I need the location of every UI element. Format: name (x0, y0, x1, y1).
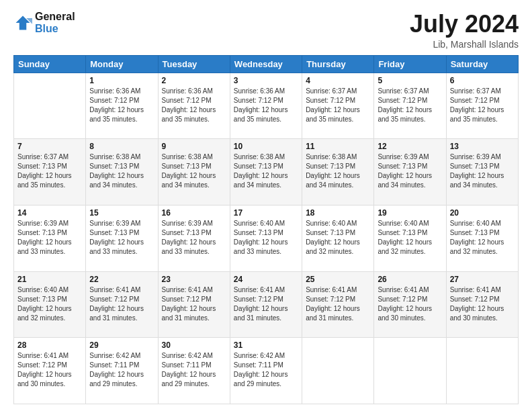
calendar-cell: 20 Sunrise: 6:40 AMSunset: 7:13 PMDaylig… (446, 205, 518, 271)
calendar-cell: 27 Sunrise: 6:41 AMSunset: 7:12 PMDaylig… (446, 271, 518, 338)
cell-info: Sunrise: 6:39 AMSunset: 7:13 PMDaylight:… (89, 220, 144, 255)
day-number: 21 (17, 275, 82, 284)
day-number: 14 (17, 208, 82, 218)
weekday-friday: Friday (374, 55, 446, 73)
day-number: 1 (89, 76, 154, 85)
weekday-header-row: SundayMondayTuesdayWednesdayThursdayFrid… (14, 55, 519, 73)
day-number: 25 (306, 275, 370, 284)
day-number: 28 (17, 340, 82, 350)
cell-info: Sunrise: 6:40 AMSunset: 7:13 PMDaylight:… (234, 220, 288, 255)
calendar-cell: 13 Sunrise: 6:39 AMSunset: 7:13 PMDaylig… (446, 139, 518, 205)
calendar-cell: 30 Sunrise: 6:42 AMSunset: 7:11 PMDaylig… (158, 338, 230, 404)
calendar-cell: 26 Sunrise: 6:41 AMSunset: 7:12 PMDaylig… (374, 271, 446, 338)
cell-info: Sunrise: 6:37 AMSunset: 7:13 PMDaylight:… (17, 153, 72, 189)
calendar-cell: 31 Sunrise: 6:42 AMSunset: 7:11 PMDaylig… (230, 338, 302, 404)
day-number: 9 (162, 142, 226, 151)
cell-info: Sunrise: 6:37 AMSunset: 7:12 PMDaylight:… (450, 87, 504, 123)
calendar-cell: 18 Sunrise: 6:40 AMSunset: 7:13 PMDaylig… (302, 205, 374, 271)
cell-info: Sunrise: 6:40 AMSunset: 7:13 PMDaylight:… (450, 220, 504, 255)
calendar-cell: 8 Sunrise: 6:38 AMSunset: 7:13 PMDayligh… (86, 139, 158, 205)
day-number: 31 (234, 340, 298, 350)
cell-info: Sunrise: 6:41 AMSunset: 7:12 PMDaylight:… (450, 286, 504, 322)
day-number: 5 (378, 76, 442, 85)
day-number: 2 (162, 76, 226, 85)
day-number: 24 (234, 275, 298, 284)
week-row-4: 21 Sunrise: 6:40 AMSunset: 7:13 PMDaylig… (14, 271, 519, 338)
weekday-monday: Monday (86, 55, 158, 73)
calendar-cell: 1 Sunrise: 6:36 AMSunset: 7:12 PMDayligh… (86, 73, 158, 139)
calendar-cell: 5 Sunrise: 6:37 AMSunset: 7:12 PMDayligh… (374, 73, 446, 139)
calendar-cell: 22 Sunrise: 6:41 AMSunset: 7:12 PMDaylig… (86, 271, 158, 338)
calendar-cell: 17 Sunrise: 6:40 AMSunset: 7:13 PMDaylig… (230, 205, 302, 271)
weekday-sunday: Sunday (14, 55, 86, 73)
week-row-5: 28 Sunrise: 6:41 AMSunset: 7:12 PMDaylig… (14, 338, 519, 404)
day-number: 17 (234, 208, 298, 218)
calendar-cell: 12 Sunrise: 6:39 AMSunset: 7:13 PMDaylig… (374, 139, 446, 205)
cell-info: Sunrise: 6:41 AMSunset: 7:12 PMDaylight:… (162, 286, 216, 322)
day-number: 23 (162, 275, 226, 284)
calendar-cell: 29 Sunrise: 6:42 AMSunset: 7:11 PMDaylig… (86, 338, 158, 404)
day-number: 7 (17, 142, 82, 151)
day-number: 6 (450, 76, 515, 85)
cell-info: Sunrise: 6:42 AMSunset: 7:11 PMDaylight:… (234, 352, 288, 387)
calendar-cell: 16 Sunrise: 6:39 AMSunset: 7:13 PMDaylig… (158, 205, 230, 271)
week-row-1: 1 Sunrise: 6:36 AMSunset: 7:12 PMDayligh… (14, 73, 519, 139)
day-number: 13 (450, 142, 515, 151)
weekday-wednesday: Wednesday (230, 55, 302, 73)
cell-info: Sunrise: 6:41 AMSunset: 7:12 PMDaylight:… (306, 286, 360, 322)
day-number: 27 (450, 275, 515, 284)
calendar-cell: 25 Sunrise: 6:41 AMSunset: 7:12 PMDaylig… (302, 271, 374, 338)
day-number: 4 (306, 76, 370, 85)
day-number: 16 (162, 208, 226, 218)
calendar-cell: 2 Sunrise: 6:36 AMSunset: 7:12 PMDayligh… (158, 73, 230, 139)
calendar-cell: 15 Sunrise: 6:39 AMSunset: 7:13 PMDaylig… (86, 205, 158, 271)
logo: General Blue (13, 11, 75, 35)
cell-info: Sunrise: 6:40 AMSunset: 7:13 PMDaylight:… (17, 286, 72, 322)
page: General Blue July 2024 Lib, Marshall Isl… (0, 0, 532, 411)
logo-text: General Blue (35, 11, 75, 35)
calendar-cell: 19 Sunrise: 6:40 AMSunset: 7:13 PMDaylig… (374, 205, 446, 271)
day-number: 18 (306, 208, 370, 218)
calendar-cell (374, 338, 446, 404)
calendar-cell: 28 Sunrise: 6:41 AMSunset: 7:12 PMDaylig… (14, 338, 86, 404)
title-area: July 2024 Lib, Marshall Islands (410, 11, 519, 50)
cell-info: Sunrise: 6:38 AMSunset: 7:13 PMDaylight:… (234, 153, 288, 189)
cell-info: Sunrise: 6:42 AMSunset: 7:11 PMDaylight:… (89, 352, 144, 387)
day-number: 8 (89, 142, 154, 151)
cell-info: Sunrise: 6:38 AMSunset: 7:13 PMDaylight:… (89, 153, 144, 189)
day-number: 30 (162, 340, 226, 350)
cell-info: Sunrise: 6:37 AMSunset: 7:12 PMDaylight:… (378, 87, 432, 123)
cell-info: Sunrise: 6:41 AMSunset: 7:12 PMDaylight:… (17, 352, 72, 387)
cell-info: Sunrise: 6:39 AMSunset: 7:13 PMDaylight:… (378, 153, 432, 189)
cell-info: Sunrise: 6:40 AMSunset: 7:13 PMDaylight:… (378, 220, 432, 255)
calendar-cell (302, 338, 374, 404)
calendar-cell: 21 Sunrise: 6:40 AMSunset: 7:13 PMDaylig… (14, 271, 86, 338)
cell-info: Sunrise: 6:41 AMSunset: 7:12 PMDaylight:… (378, 286, 432, 322)
weekday-thursday: Thursday (302, 55, 374, 73)
logo-icon (13, 13, 32, 32)
svg-marker-0 (16, 16, 30, 30)
day-number: 12 (378, 142, 442, 151)
cell-info: Sunrise: 6:38 AMSunset: 7:13 PMDaylight:… (162, 153, 216, 189)
week-row-2: 7 Sunrise: 6:37 AMSunset: 7:13 PMDayligh… (14, 139, 519, 205)
calendar-cell (446, 338, 518, 404)
day-number: 22 (89, 275, 154, 284)
cell-info: Sunrise: 6:41 AMSunset: 7:12 PMDaylight:… (89, 286, 144, 322)
cell-info: Sunrise: 6:39 AMSunset: 7:13 PMDaylight:… (162, 220, 216, 255)
location: Lib, Marshall Islands (410, 39, 519, 50)
cell-info: Sunrise: 6:36 AMSunset: 7:12 PMDaylight:… (234, 87, 288, 123)
calendar-cell: 10 Sunrise: 6:38 AMSunset: 7:13 PMDaylig… (230, 139, 302, 205)
day-number: 10 (234, 142, 298, 151)
cell-info: Sunrise: 6:36 AMSunset: 7:12 PMDaylight:… (89, 87, 144, 123)
day-number: 19 (378, 208, 442, 218)
cell-info: Sunrise: 6:39 AMSunset: 7:13 PMDaylight:… (450, 153, 504, 189)
month-title: July 2024 (410, 11, 519, 38)
header: General Blue July 2024 Lib, Marshall Isl… (13, 11, 519, 50)
cell-info: Sunrise: 6:41 AMSunset: 7:12 PMDaylight:… (234, 286, 288, 322)
day-number: 20 (450, 208, 515, 218)
calendar-cell: 11 Sunrise: 6:38 AMSunset: 7:13 PMDaylig… (302, 139, 374, 205)
calendar: SundayMondayTuesdayWednesdayThursdayFrid… (13, 55, 519, 404)
week-row-3: 14 Sunrise: 6:39 AMSunset: 7:13 PMDaylig… (14, 205, 519, 271)
cell-info: Sunrise: 6:36 AMSunset: 7:12 PMDaylight:… (162, 87, 216, 123)
cell-info: Sunrise: 6:40 AMSunset: 7:13 PMDaylight:… (306, 220, 360, 255)
